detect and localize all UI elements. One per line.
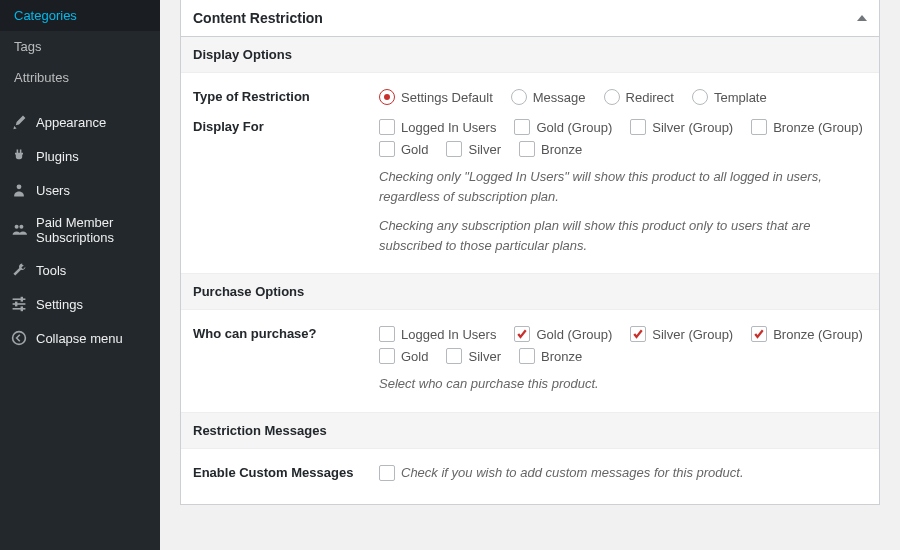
- checkbox-icon: [751, 326, 767, 342]
- checkbox-label: Gold: [401, 142, 428, 157]
- sidebar-label: Plugins: [36, 149, 79, 164]
- sidebar-item-tools[interactable]: Tools: [0, 253, 160, 287]
- svg-rect-6: [21, 297, 23, 302]
- field-label: Type of Restriction: [193, 89, 363, 105]
- svg-rect-4: [13, 303, 26, 305]
- restriction-type-radio[interactable]: Message: [511, 89, 586, 105]
- sidebar-label: Collapse menu: [36, 331, 123, 346]
- checkbox-icon: [630, 119, 646, 135]
- checkbox-label: Gold: [401, 349, 428, 364]
- sidebar-item-attributes[interactable]: Attributes: [0, 62, 160, 93]
- checkbox-icon: [630, 326, 646, 342]
- main-content: Content Restriction Display Options Type…: [160, 0, 900, 550]
- svg-point-1: [15, 225, 19, 229]
- sidebar-label: Users: [36, 183, 70, 198]
- radio-icon: [379, 89, 395, 105]
- display-for-checkbox[interactable]: Silver (Group): [630, 119, 733, 135]
- radio-label: Settings Default: [401, 90, 493, 105]
- sidebar-item-appearance[interactable]: Appearance: [0, 105, 160, 139]
- display-for-checkbox[interactable]: Logged In Users: [379, 119, 496, 135]
- checkbox-icon: [751, 119, 767, 135]
- checkbox-label: Bronze (Group): [773, 327, 863, 342]
- field-label: Enable Custom Messages: [193, 465, 363, 484]
- purchase-checkbox[interactable]: Logged In Users: [379, 326, 496, 342]
- checkbox-icon: [379, 141, 395, 157]
- field-body: Check if you wish to add custom messages…: [379, 465, 867, 484]
- metabox-header[interactable]: Content Restriction: [181, 0, 879, 37]
- checkbox-icon: [514, 119, 530, 135]
- content-restriction-metabox: Content Restriction Display Options Type…: [180, 0, 880, 505]
- display-for-checkbox[interactable]: Bronze (Group): [751, 119, 863, 135]
- help-text: Select who can purchase this product.: [379, 374, 867, 394]
- restriction-type-radio[interactable]: Redirect: [604, 89, 674, 105]
- checkbox-icon: [379, 119, 395, 135]
- display-for-checkbox-group: Logged In UsersGold (Group)Silver (Group…: [379, 119, 867, 157]
- checkbox-icon: [519, 141, 535, 157]
- sidebar-item-settings[interactable]: Settings: [0, 287, 160, 321]
- field-who-can-purchase: Who can purchase? Logged In UsersGold (G…: [181, 310, 879, 402]
- checkbox-label: Bronze: [541, 349, 582, 364]
- checkbox-icon: [379, 348, 395, 364]
- display-for-checkbox[interactable]: Gold (Group): [514, 119, 612, 135]
- settings-icon: [10, 295, 28, 313]
- section-heading-restriction-messages: Restriction Messages: [181, 412, 879, 449]
- members-icon: [10, 221, 28, 239]
- checkbox-icon: [446, 348, 462, 364]
- checkbox-icon: [379, 326, 395, 342]
- collapse-icon: [10, 329, 28, 347]
- sidebar-label: Tools: [36, 263, 66, 278]
- purchase-checkbox[interactable]: Silver: [446, 348, 501, 364]
- sidebar-label: Appearance: [36, 115, 106, 130]
- admin-sidebar: Categories Tags Attributes Appearance Pl…: [0, 0, 160, 550]
- checkbox-icon: [519, 348, 535, 364]
- svg-point-0: [17, 184, 22, 189]
- metabox-title: Content Restriction: [193, 10, 323, 26]
- enable-custom-messages-checkbox[interactable]: Check if you wish to add custom messages…: [379, 465, 744, 481]
- svg-point-9: [13, 332, 26, 345]
- display-for-checkbox[interactable]: Silver: [446, 141, 501, 157]
- field-body: Settings DefaultMessageRedirectTemplate: [379, 89, 867, 105]
- display-for-checkbox[interactable]: Bronze: [519, 141, 582, 157]
- sidebar-item-tags[interactable]: Tags: [0, 31, 160, 62]
- field-body: Logged In UsersGold (Group)Silver (Group…: [379, 326, 867, 394]
- display-for-checkbox[interactable]: Gold: [379, 141, 428, 157]
- sidebar-label: Tags: [14, 39, 41, 54]
- sidebar-item-categories[interactable]: Categories: [0, 0, 160, 31]
- checkbox-label: Silver (Group): [652, 120, 733, 135]
- checkbox-label: Silver: [468, 349, 501, 364]
- checkbox-label: Logged In Users: [401, 327, 496, 342]
- plug-icon: [10, 147, 28, 165]
- purchase-checkbox[interactable]: Bronze: [519, 348, 582, 364]
- purchase-checkbox[interactable]: Silver (Group): [630, 326, 733, 342]
- purchase-checkbox[interactable]: Bronze (Group): [751, 326, 863, 342]
- radio-icon: [692, 89, 708, 105]
- purchase-checkbox[interactable]: Gold: [379, 348, 428, 364]
- sidebar-item-collapse-menu[interactable]: Collapse menu: [0, 321, 160, 355]
- purchase-checkbox-group: Logged In UsersGold (Group)Silver (Group…: [379, 326, 867, 364]
- svg-rect-3: [13, 298, 26, 300]
- checkbox-label: Silver: [468, 142, 501, 157]
- purchase-checkbox[interactable]: Gold (Group): [514, 326, 612, 342]
- sidebar-label: Attributes: [14, 70, 69, 85]
- svg-rect-7: [15, 302, 17, 307]
- radio-label: Template: [714, 90, 767, 105]
- restriction-type-radio[interactable]: Settings Default: [379, 89, 493, 105]
- sidebar-label: Paid Member Subscriptions: [36, 215, 150, 245]
- sidebar-item-paid-member-subscriptions[interactable]: Paid Member Subscriptions: [0, 207, 160, 253]
- user-icon: [10, 181, 28, 199]
- sidebar-item-plugins[interactable]: Plugins: [0, 139, 160, 173]
- radio-label: Redirect: [626, 90, 674, 105]
- section-heading-purchase-options: Purchase Options: [181, 273, 879, 310]
- field-type-of-restriction: Type of Restriction Settings DefaultMess…: [181, 73, 879, 113]
- brush-icon: [10, 113, 28, 131]
- checkbox-label: Logged In Users: [401, 120, 496, 135]
- svg-point-2: [19, 225, 23, 229]
- field-label: Display For: [193, 119, 363, 255]
- help-text: Checking any subscription plan will show…: [379, 216, 867, 255]
- sidebar-item-users[interactable]: Users: [0, 173, 160, 207]
- checkbox-label: Silver (Group): [652, 327, 733, 342]
- radio-icon: [511, 89, 527, 105]
- section-heading-display-options: Display Options: [181, 37, 879, 73]
- restriction-type-radio[interactable]: Template: [692, 89, 767, 105]
- sidebar-label: Settings: [36, 297, 83, 312]
